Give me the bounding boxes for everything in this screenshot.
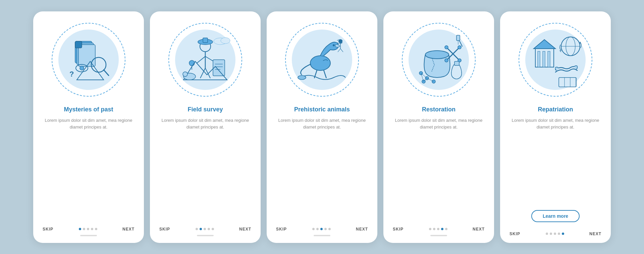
card-1-dots bbox=[79, 228, 97, 230]
card-4-illustration bbox=[398, 19, 479, 100]
svg-rect-18 bbox=[213, 60, 225, 76]
cards-container: ? Mysteries of past Lorem ipsum dolor si… bbox=[33, 11, 611, 243]
card-1-footer: SKIP NEXT bbox=[41, 227, 136, 232]
svg-point-25 bbox=[221, 38, 230, 44]
dot-4 bbox=[324, 228, 327, 230]
card-5-body: Lorem ipsum dolor sit dim amet, mea regi… bbox=[508, 117, 603, 205]
dot-1 bbox=[429, 228, 431, 230]
card-5-illustration bbox=[515, 19, 596, 100]
card-3-title: Prehistoric animals bbox=[294, 106, 350, 113]
dot-5 bbox=[445, 228, 447, 230]
svg-rect-9 bbox=[75, 41, 82, 48]
card-prehistoric-animals: Prehistoric animals Lorem ipsum dolor si… bbox=[267, 11, 377, 243]
mysteries-icon: ? bbox=[57, 28, 120, 92]
card-mysteries-of-past: ? Mysteries of past Lorem ipsum dolor si… bbox=[33, 11, 144, 243]
card-3-skip[interactable]: SKIP bbox=[276, 227, 287, 232]
card-2-footer: SKIP NEXT bbox=[158, 227, 253, 232]
card-1-illustration: ? bbox=[48, 19, 129, 100]
svg-point-28 bbox=[183, 72, 187, 77]
card-field-survey: Field survey Lorem ipsum dolor sit dim a… bbox=[150, 11, 261, 243]
svg-point-29 bbox=[310, 56, 330, 70]
dot-5 bbox=[562, 233, 564, 235]
svg-rect-61 bbox=[548, 51, 550, 67]
card-4-scroll-indicator bbox=[430, 235, 447, 236]
dot-5 bbox=[212, 228, 214, 230]
card-5-title: Repatriation bbox=[538, 106, 573, 113]
card-4-title: Restoration bbox=[422, 106, 455, 113]
dot-5 bbox=[95, 228, 97, 230]
field-survey-icon bbox=[173, 28, 237, 92]
dot-3 bbox=[554, 233, 556, 235]
dot-1 bbox=[546, 233, 548, 235]
svg-rect-45 bbox=[454, 61, 459, 65]
svg-point-43 bbox=[458, 46, 461, 49]
card-2-skip[interactable]: SKIP bbox=[159, 227, 170, 232]
prehistoric-animals-icon bbox=[290, 28, 354, 92]
dot-1 bbox=[79, 228, 81, 230]
dot-3 bbox=[320, 228, 323, 230]
dot-2 bbox=[433, 228, 435, 230]
card-1-scroll-indicator bbox=[80, 235, 97, 236]
dot-4 bbox=[91, 228, 93, 230]
card-4-next[interactable]: NEXT bbox=[473, 227, 485, 232]
card-4-body: Lorem ipsum dolor sit dim amet, mea regi… bbox=[391, 117, 486, 219]
svg-line-36 bbox=[338, 49, 340, 52]
card-1-next[interactable]: NEXT bbox=[122, 227, 135, 232]
dot-2 bbox=[550, 233, 552, 235]
dot-2 bbox=[83, 228, 85, 230]
card-1-title: Mysteries of past bbox=[64, 106, 113, 113]
svg-line-32 bbox=[324, 70, 326, 78]
card-2-body: Lorem ipsum dolor sit dim amet, mea regi… bbox=[158, 117, 253, 219]
svg-point-30 bbox=[333, 44, 335, 46]
dot-3 bbox=[87, 228, 89, 230]
card-2-next[interactable]: NEXT bbox=[239, 227, 251, 232]
svg-line-14 bbox=[197, 56, 205, 63]
card-repatriation: Repatriation Lorem ipsum dolor sit dim a… bbox=[500, 11, 611, 243]
svg-rect-55 bbox=[457, 35, 460, 41]
dot-2 bbox=[316, 228, 319, 230]
dot-2 bbox=[200, 228, 202, 230]
card-2-illustration bbox=[165, 19, 246, 100]
card-4-dots bbox=[429, 228, 447, 230]
svg-point-38 bbox=[425, 51, 449, 59]
learn-more-container: Learn more bbox=[531, 210, 580, 225]
svg-text:?: ? bbox=[69, 70, 74, 78]
svg-rect-65 bbox=[559, 78, 576, 87]
svg-line-17 bbox=[205, 68, 210, 78]
svg-point-33 bbox=[298, 75, 306, 80]
card-3-dots bbox=[312, 228, 331, 230]
card-2-scroll-indicator bbox=[197, 235, 214, 236]
card-1-skip[interactable]: SKIP bbox=[43, 227, 53, 232]
dot-1 bbox=[196, 228, 198, 230]
dot-1 bbox=[312, 228, 315, 230]
card-5-dots bbox=[546, 233, 564, 235]
svg-rect-59 bbox=[538, 51, 540, 67]
repatriation-icon bbox=[524, 28, 587, 92]
card-4-skip[interactable]: SKIP bbox=[393, 227, 404, 232]
card-3-next[interactable]: NEXT bbox=[356, 227, 368, 232]
dot-3 bbox=[204, 228, 206, 230]
card-3-illustration bbox=[282, 19, 362, 100]
svg-marker-58 bbox=[534, 40, 555, 49]
svg-line-15 bbox=[205, 56, 214, 61]
card-3-body: Lorem ipsum dolor sit dim amet, mea regi… bbox=[275, 117, 369, 219]
learn-more-button[interactable]: Learn more bbox=[531, 210, 580, 222]
card-5-next[interactable]: NEXT bbox=[589, 232, 601, 236]
card-2-dots bbox=[196, 228, 214, 230]
restoration-icon bbox=[407, 28, 471, 92]
svg-line-4 bbox=[104, 70, 109, 75]
dot-4 bbox=[558, 233, 560, 235]
svg-point-6 bbox=[80, 66, 84, 70]
card-5-skip[interactable]: SKIP bbox=[509, 232, 520, 236]
card-3-footer: SKIP NEXT bbox=[275, 227, 369, 232]
card-4-footer: SKIP NEXT bbox=[391, 227, 486, 232]
card-3-scroll-indicator bbox=[314, 235, 330, 236]
svg-line-37 bbox=[340, 49, 343, 52]
card-2-title: Field survey bbox=[187, 106, 223, 113]
svg-line-51 bbox=[427, 78, 434, 82]
svg-point-40 bbox=[445, 46, 448, 49]
svg-rect-12 bbox=[203, 38, 208, 43]
svg-rect-60 bbox=[543, 51, 545, 67]
svg-point-44 bbox=[445, 59, 448, 62]
svg-point-22 bbox=[189, 60, 195, 66]
